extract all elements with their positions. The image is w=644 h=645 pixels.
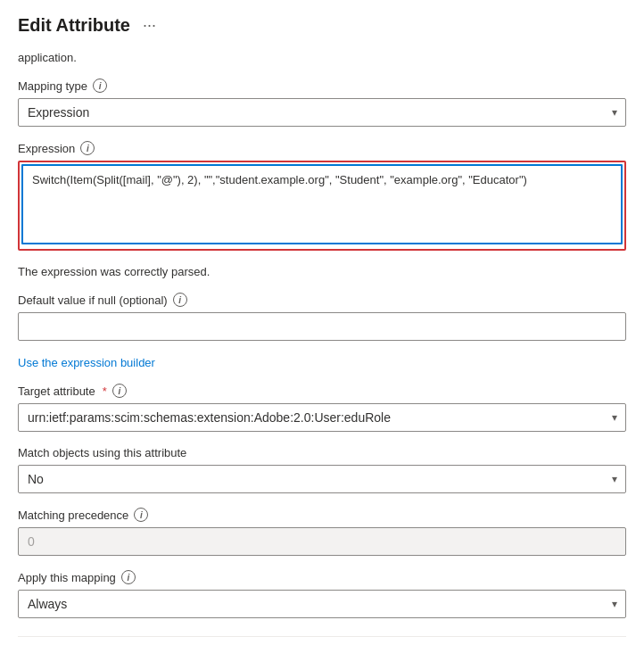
matching-precedence-label: Matching precedence i xyxy=(18,508,626,522)
mapping-type-group: Mapping type i Expression ▾ xyxy=(18,79,626,127)
default-value-group: Default value if null (optional) i xyxy=(18,293,626,341)
target-attribute-info-icon: i xyxy=(112,384,127,398)
mapping-type-select[interactable]: Expression xyxy=(18,98,626,127)
footer: Ok xyxy=(18,636,626,645)
match-objects-group: Match objects using this attribute No ▾ xyxy=(18,446,626,493)
app-label: application. xyxy=(18,51,626,64)
default-value-input[interactable] xyxy=(18,312,626,341)
target-attribute-select[interactable]: urn:ietf:params:scim:schemas:extension:A… xyxy=(18,403,626,432)
default-value-label: Default value if null (optional) i xyxy=(18,293,626,307)
page-header: Edit Attribute ··· xyxy=(18,14,626,37)
expression-label: Expression i xyxy=(18,141,626,155)
expression-group: Expression i xyxy=(18,141,626,251)
match-objects-select[interactable]: No xyxy=(18,465,626,493)
match-objects-label: Match objects using this attribute xyxy=(18,446,626,459)
apply-mapping-select-wrapper: Always ▾ xyxy=(18,590,626,618)
expression-builder-link[interactable]: Use the expression builder xyxy=(18,356,155,369)
target-attribute-select-wrapper: urn:ietf:params:scim:schemas:extension:A… xyxy=(18,403,626,432)
expression-outer-border xyxy=(18,161,626,251)
expression-input[interactable] xyxy=(21,164,623,244)
page-title: Edit Attribute xyxy=(18,15,130,36)
target-attribute-label: Target attribute * i xyxy=(18,384,626,398)
matching-precedence-info-icon: i xyxy=(134,508,148,522)
page-container: Edit Attribute ··· application. Mapping … xyxy=(0,0,644,645)
mapping-type-select-wrapper: Expression ▾ xyxy=(18,98,626,127)
target-attribute-group: Target attribute * i urn:ietf:params:sci… xyxy=(18,384,626,432)
default-value-info-icon: i xyxy=(173,293,187,307)
apply-mapping-group: Apply this mapping i Always ▾ xyxy=(18,570,626,618)
expression-info-icon: i xyxy=(80,141,95,155)
mapping-type-info-icon: i xyxy=(93,79,107,93)
apply-mapping-info-icon: i xyxy=(121,570,136,584)
more-options-button[interactable]: ··· xyxy=(139,14,160,37)
required-star: * xyxy=(103,385,107,398)
apply-mapping-label: Apply this mapping i xyxy=(18,570,626,584)
parse-status: The expression was correctly parsed. xyxy=(18,265,626,278)
matching-precedence-input xyxy=(18,527,626,556)
mapping-type-label: Mapping type i xyxy=(18,79,626,93)
match-objects-select-wrapper: No ▾ xyxy=(18,465,626,493)
apply-mapping-select[interactable]: Always xyxy=(18,590,626,618)
matching-precedence-group: Matching precedence i xyxy=(18,508,626,556)
